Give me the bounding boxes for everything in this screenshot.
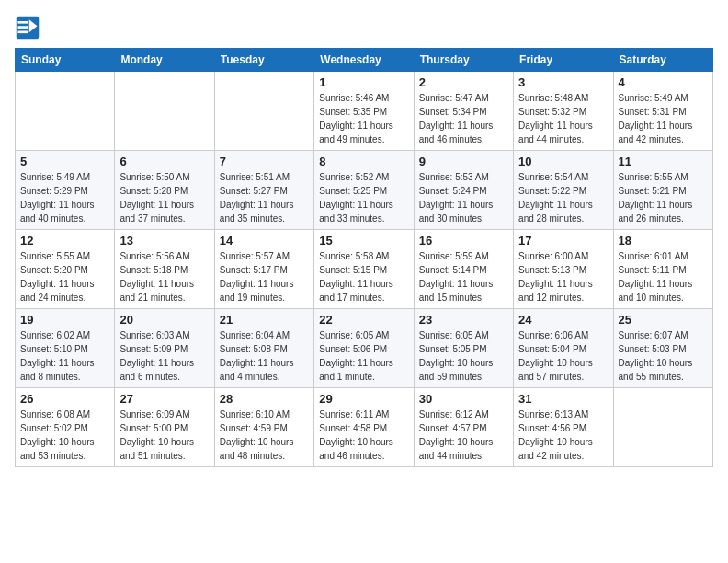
calendar-week-row: 12Sunrise: 5:55 AM Sunset: 5:20 PM Dayli… xyxy=(16,230,713,309)
day-info: Sunrise: 6:06 AM Sunset: 5:04 PM Dayligh… xyxy=(518,328,608,384)
day-number: 21 xyxy=(220,313,309,327)
calendar-cell: 10Sunrise: 5:54 AM Sunset: 5:22 PM Dayli… xyxy=(514,151,613,230)
calendar-cell: 18Sunrise: 6:01 AM Sunset: 5:11 PM Dayli… xyxy=(613,230,712,309)
day-number: 19 xyxy=(20,313,109,327)
svg-rect-4 xyxy=(18,31,28,34)
calendar-cell: 25Sunrise: 6:07 AM Sunset: 5:03 PM Dayli… xyxy=(613,309,712,388)
calendar-cell: 26Sunrise: 6:08 AM Sunset: 5:02 PM Dayli… xyxy=(16,388,115,467)
day-number: 17 xyxy=(518,234,608,247)
day-info: Sunrise: 6:10 AM Sunset: 4:59 PM Dayligh… xyxy=(220,408,309,463)
day-info: Sunrise: 6:03 AM Sunset: 5:09 PM Dayligh… xyxy=(119,328,209,384)
calendar-cell: 29Sunrise: 6:11 AM Sunset: 4:58 PM Dayli… xyxy=(314,388,414,467)
calendar-cell: 23Sunrise: 6:05 AM Sunset: 5:05 PM Dayli… xyxy=(414,309,513,388)
calendar-cell: 27Sunrise: 6:09 AM Sunset: 5:00 PM Dayli… xyxy=(115,388,214,467)
day-info: Sunrise: 6:01 AM Sunset: 5:11 PM Dayligh… xyxy=(619,249,708,304)
calendar-cell: 8Sunrise: 5:52 AM Sunset: 5:25 PM Daylig… xyxy=(314,151,414,230)
day-of-week-header: Monday xyxy=(115,49,214,72)
day-of-week-header: Friday xyxy=(514,49,613,72)
day-info: Sunrise: 5:49 AM Sunset: 5:29 PM Dayligh… xyxy=(20,170,109,225)
day-number: 16 xyxy=(419,234,508,247)
logo xyxy=(15,15,44,40)
day-number: 5 xyxy=(20,155,109,168)
day-number: 28 xyxy=(220,392,309,406)
calendar-cell: 1Sunrise: 5:46 AM Sunset: 5:35 PM Daylig… xyxy=(314,72,414,151)
calendar: SundayMondayTuesdayWednesdayThursdayFrid… xyxy=(15,48,713,467)
day-info: Sunrise: 6:12 AM Sunset: 4:57 PM Dayligh… xyxy=(419,408,508,463)
day-number: 15 xyxy=(319,234,408,247)
calendar-week-row: 19Sunrise: 6:02 AM Sunset: 5:10 PM Dayli… xyxy=(16,309,713,388)
day-info: Sunrise: 5:46 AM Sunset: 5:35 PM Dayligh… xyxy=(319,91,408,146)
calendar-cell: 16Sunrise: 5:59 AM Sunset: 5:14 PM Dayli… xyxy=(414,230,513,309)
day-info: Sunrise: 6:02 AM Sunset: 5:10 PM Dayligh… xyxy=(20,328,109,384)
calendar-cell: 9Sunrise: 5:53 AM Sunset: 5:24 PM Daylig… xyxy=(414,151,513,230)
day-number: 8 xyxy=(319,155,408,168)
calendar-cell: 30Sunrise: 6:12 AM Sunset: 4:57 PM Dayli… xyxy=(414,388,513,467)
day-info: Sunrise: 5:59 AM Sunset: 5:14 PM Dayligh… xyxy=(419,249,508,304)
calendar-header-row: SundayMondayTuesdayWednesdayThursdayFrid… xyxy=(16,49,713,72)
calendar-cell xyxy=(115,72,214,151)
day-info: Sunrise: 5:56 AM Sunset: 5:18 PM Dayligh… xyxy=(119,249,209,304)
calendar-cell: 7Sunrise: 5:51 AM Sunset: 5:27 PM Daylig… xyxy=(214,151,313,230)
day-number: 23 xyxy=(419,313,508,327)
calendar-cell xyxy=(613,388,712,467)
day-number: 30 xyxy=(419,392,508,406)
calendar-cell: 20Sunrise: 6:03 AM Sunset: 5:09 PM Dayli… xyxy=(115,309,214,388)
day-of-week-header: Wednesday xyxy=(314,49,414,72)
calendar-cell: 19Sunrise: 6:02 AM Sunset: 5:10 PM Dayli… xyxy=(16,309,115,388)
day-info: Sunrise: 6:04 AM Sunset: 5:08 PM Dayligh… xyxy=(220,328,309,384)
day-number: 14 xyxy=(220,234,309,247)
day-of-week-header: Sunday xyxy=(16,49,115,72)
page-header xyxy=(15,15,713,40)
day-number: 7 xyxy=(220,155,309,168)
day-number: 3 xyxy=(518,75,608,89)
day-number: 25 xyxy=(619,313,708,327)
calendar-cell: 24Sunrise: 6:06 AM Sunset: 5:04 PM Dayli… xyxy=(514,309,613,388)
calendar-cell: 17Sunrise: 6:00 AM Sunset: 5:13 PM Dayli… xyxy=(514,230,613,309)
day-info: Sunrise: 5:49 AM Sunset: 5:31 PM Dayligh… xyxy=(619,91,708,146)
calendar-week-row: 26Sunrise: 6:08 AM Sunset: 5:02 PM Dayli… xyxy=(16,388,713,467)
day-number: 9 xyxy=(419,155,508,168)
day-number: 1 xyxy=(319,75,408,89)
day-number: 31 xyxy=(518,392,608,406)
calendar-cell: 21Sunrise: 6:04 AM Sunset: 5:08 PM Dayli… xyxy=(214,309,313,388)
day-number: 27 xyxy=(119,392,209,406)
calendar-cell: 28Sunrise: 6:10 AM Sunset: 4:59 PM Dayli… xyxy=(214,388,313,467)
logo-icon xyxy=(15,15,40,40)
calendar-cell: 12Sunrise: 5:55 AM Sunset: 5:20 PM Dayli… xyxy=(16,230,115,309)
calendar-cell: 4Sunrise: 5:49 AM Sunset: 5:31 PM Daylig… xyxy=(613,72,712,151)
day-info: Sunrise: 6:09 AM Sunset: 5:00 PM Dayligh… xyxy=(119,408,209,463)
day-info: Sunrise: 5:55 AM Sunset: 5:21 PM Dayligh… xyxy=(619,170,708,225)
day-info: Sunrise: 6:05 AM Sunset: 5:05 PM Dayligh… xyxy=(419,328,508,384)
day-of-week-header: Saturday xyxy=(613,49,712,72)
day-number: 2 xyxy=(419,75,508,89)
day-number: 10 xyxy=(518,155,608,168)
day-number: 4 xyxy=(619,75,708,89)
day-number: 22 xyxy=(319,313,408,327)
day-info: Sunrise: 5:47 AM Sunset: 5:34 PM Dayligh… xyxy=(419,91,508,146)
calendar-cell: 14Sunrise: 5:57 AM Sunset: 5:17 PM Dayli… xyxy=(214,230,313,309)
day-info: Sunrise: 5:55 AM Sunset: 5:20 PM Dayligh… xyxy=(20,249,109,304)
calendar-cell: 31Sunrise: 6:13 AM Sunset: 4:56 PM Dayli… xyxy=(514,388,613,467)
calendar-week-row: 1Sunrise: 5:46 AM Sunset: 5:35 PM Daylig… xyxy=(16,72,713,151)
day-info: Sunrise: 5:54 AM Sunset: 5:22 PM Dayligh… xyxy=(518,170,608,225)
day-info: Sunrise: 5:57 AM Sunset: 5:17 PM Dayligh… xyxy=(220,249,309,304)
day-number: 12 xyxy=(20,234,109,247)
calendar-week-row: 5Sunrise: 5:49 AM Sunset: 5:29 PM Daylig… xyxy=(16,151,713,230)
day-info: Sunrise: 6:11 AM Sunset: 4:58 PM Dayligh… xyxy=(319,408,408,463)
calendar-cell: 6Sunrise: 5:50 AM Sunset: 5:28 PM Daylig… xyxy=(115,151,214,230)
calendar-cell: 15Sunrise: 5:58 AM Sunset: 5:15 PM Dayli… xyxy=(314,230,414,309)
svg-rect-3 xyxy=(18,26,28,29)
day-number: 26 xyxy=(20,392,109,406)
day-info: Sunrise: 6:05 AM Sunset: 5:06 PM Dayligh… xyxy=(319,328,408,384)
day-info: Sunrise: 5:58 AM Sunset: 5:15 PM Dayligh… xyxy=(319,249,408,304)
calendar-cell: 13Sunrise: 5:56 AM Sunset: 5:18 PM Dayli… xyxy=(115,230,214,309)
day-info: Sunrise: 5:52 AM Sunset: 5:25 PM Dayligh… xyxy=(319,170,408,225)
day-info: Sunrise: 5:51 AM Sunset: 5:27 PM Dayligh… xyxy=(220,170,309,225)
day-info: Sunrise: 6:07 AM Sunset: 5:03 PM Dayligh… xyxy=(619,328,708,384)
day-of-week-header: Tuesday xyxy=(214,49,313,72)
day-info: Sunrise: 6:00 AM Sunset: 5:13 PM Dayligh… xyxy=(518,249,608,304)
day-number: 11 xyxy=(619,155,708,168)
day-number: 6 xyxy=(119,155,209,168)
calendar-cell: 11Sunrise: 5:55 AM Sunset: 5:21 PM Dayli… xyxy=(613,151,712,230)
day-of-week-header: Thursday xyxy=(414,49,513,72)
